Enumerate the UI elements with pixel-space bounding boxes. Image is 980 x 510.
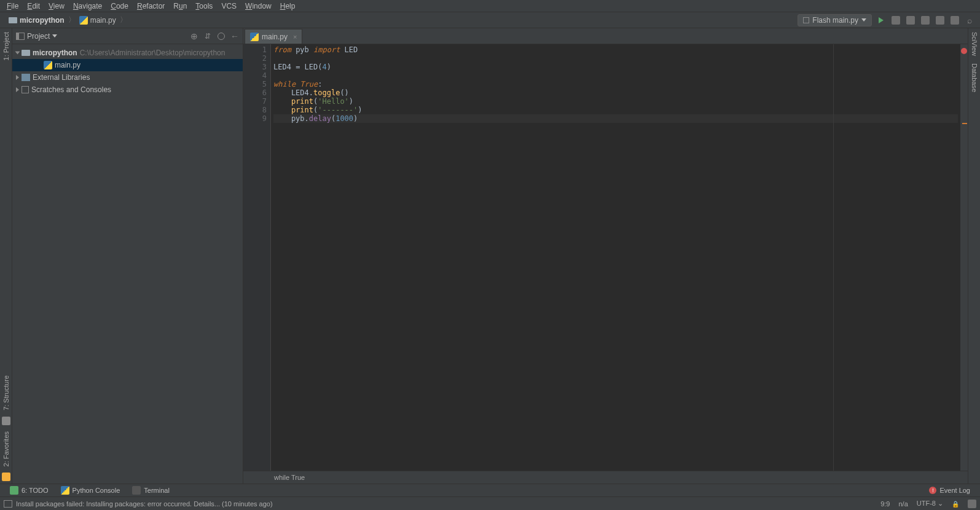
project-header: Project	[12, 28, 243, 44]
line-separator[interactable]: n/a	[898, 500, 907, 508]
code-line[interactable]: from pyb import LED	[273, 45, 958, 54]
profile-button[interactable]	[920, 15, 931, 26]
menu-bar: File Edit View Navigate Code Refactor Ru…	[0, 0, 980, 12]
editor-breadcrumbs: while True	[243, 471, 968, 484]
lock-icon[interactable]	[952, 500, 959, 508]
code-line[interactable]	[273, 71, 958, 80]
run-config-icon	[803, 17, 809, 23]
code-line[interactable]	[273, 54, 958, 63]
tool-terminal[interactable]: Terminal	[126, 486, 176, 495]
tool-todo[interactable]: 6: TODO	[4, 486, 55, 495]
expander-icon[interactable]	[15, 52, 20, 55]
code-line[interactable]: LED4 = LED(4)	[273, 63, 958, 71]
menu-vcs[interactable]: VCS	[217, 1, 241, 12]
menu-help[interactable]: Help	[276, 1, 300, 12]
breadcrumb-root-label: micropython	[20, 16, 65, 25]
stripe-database[interactable]: Database	[970, 60, 979, 96]
expander-icon[interactable]	[16, 75, 19, 80]
run-button[interactable]	[876, 15, 887, 26]
collapse-all-icon[interactable]	[203, 32, 212, 41]
gutter[interactable]: 123456789	[243, 44, 271, 471]
error-stripe[interactable]	[960, 44, 968, 471]
todo-icon	[10, 486, 18, 495]
menu-file[interactable]: File	[2, 1, 23, 12]
tree-root-path: C:\Users\Administrator\Desktop\micropyth…	[80, 49, 225, 57]
right-margin-line	[833, 44, 834, 471]
menu-navigate[interactable]: Navigate	[69, 1, 106, 12]
play-icon	[879, 17, 884, 23]
warning-mark[interactable]	[962, 123, 967, 124]
code-line[interactable]: print('-------')	[273, 106, 958, 114]
editor-tab-main[interactable]: main.py ×	[245, 29, 302, 44]
menu-code[interactable]: Code	[106, 1, 133, 12]
tree-scratches[interactable]: Scratches and Consoles	[12, 84, 243, 96]
caret-position[interactable]: 9:9	[880, 500, 890, 508]
menu-tools[interactable]: Tools	[191, 1, 217, 12]
menu-run[interactable]: Run	[169, 1, 191, 12]
code-line[interactable]: LED4.toggle()	[273, 88, 958, 97]
code-area[interactable]: from pyb import LEDLED4 = LED(4)while Tr…	[271, 44, 960, 471]
tool-python-console[interactable]: Python Console	[55, 486, 127, 495]
menu-view[interactable]: View	[44, 1, 69, 12]
chevron-down-icon[interactable]	[52, 34, 57, 37]
stop-button[interactable]	[935, 15, 946, 26]
run-config-label: Flash main.py	[812, 16, 858, 25]
menu-edit[interactable]: Edit	[23, 1, 44, 12]
tree-file-main[interactable]: main.py	[12, 59, 243, 71]
code-line[interactable]: print('Hello')	[273, 97, 958, 106]
search-everywhere-button[interactable]: ⌕	[964, 15, 975, 26]
editor-body[interactable]: 123456789 from pyb import LEDLED4 = LED(…	[243, 44, 968, 471]
update-button[interactable]	[949, 15, 960, 26]
hide-icon[interactable]	[230, 32, 239, 41]
terminal-icon	[132, 486, 141, 495]
breadcrumb-context[interactable]: while True	[274, 474, 305, 481]
stripe-structure[interactable]: 7: Structure	[1, 372, 11, 414]
tree-file-label: main.py	[55, 61, 80, 69]
code-line[interactable]: pyb.delay(1000)	[273, 114, 958, 123]
stop-icon	[936, 16, 944, 25]
python-file-icon	[250, 33, 259, 41]
breadcrumb-sep: 〉	[68, 15, 76, 25]
expander-icon[interactable]	[16, 87, 19, 92]
encoding[interactable]: UTF-8 ⌄	[917, 500, 943, 508]
close-tab-icon[interactable]: ×	[293, 33, 297, 41]
stripe-favorites[interactable]: 2: Favorites	[1, 428, 11, 470]
left-tool-stripe: 1: Project 7: Structure 2: Favorites	[0, 28, 12, 484]
tool-todo-label: 6: TODO	[22, 487, 49, 494]
menu-refactor[interactable]: Refactor	[133, 1, 169, 12]
settings-button[interactable]	[217, 32, 225, 41]
tool-window-toggle-icon[interactable]	[4, 500, 12, 508]
event-log[interactable]: ! Event Log	[923, 487, 976, 494]
coverage-button[interactable]	[905, 15, 916, 26]
gear-icon	[218, 33, 225, 40]
debug-button[interactable]	[890, 15, 901, 26]
structure-icon	[2, 417, 10, 425]
python-file-icon	[79, 16, 88, 25]
tool-terminal-label: Terminal	[144, 487, 170, 494]
breadcrumb-file[interactable]: main.py	[77, 16, 119, 25]
bug-icon	[892, 16, 900, 25]
search-icon: ⌕	[967, 15, 972, 25]
tree-root-name: micropython	[33, 49, 77, 57]
tree-root[interactable]: micropython C:\Users\Administrator\Deskt…	[12, 47, 243, 59]
status-message[interactable]: Install packages failed: Installing pack…	[16, 500, 273, 508]
code-line[interactable]: while True:	[273, 80, 958, 88]
memory-indicator-icon[interactable]	[968, 500, 976, 508]
stripe-project[interactable]: 1: Project	[1, 28, 11, 64]
project-tree[interactable]: micropython C:\Users\Administrator\Deskt…	[12, 44, 243, 484]
locate-icon[interactable]	[190, 32, 198, 41]
project-title: Project	[27, 32, 50, 41]
menu-window[interactable]: Window	[241, 1, 276, 12]
run-config-selector[interactable]: Flash main.py	[798, 14, 872, 26]
breadcrumb-file-label: main.py	[90, 16, 116, 25]
right-tool-stripe: SciView Database	[968, 28, 980, 484]
star-icon	[2, 473, 10, 481]
stripe-sciview[interactable]: SciView	[970, 28, 979, 60]
tool-pyconsole-label: Python Console	[73, 487, 120, 494]
editor-area: main.py × 123456789 from pyb import LEDL…	[243, 28, 968, 484]
status-bar: Install packages failed: Installing pack…	[0, 496, 980, 510]
breadcrumb-root[interactable]: micropython	[6, 16, 67, 25]
tree-scratches-label: Scratches and Consoles	[31, 85, 111, 94]
tree-external-libs[interactable]: External Libraries	[12, 71, 243, 84]
error-badge-icon: !	[929, 487, 936, 494]
